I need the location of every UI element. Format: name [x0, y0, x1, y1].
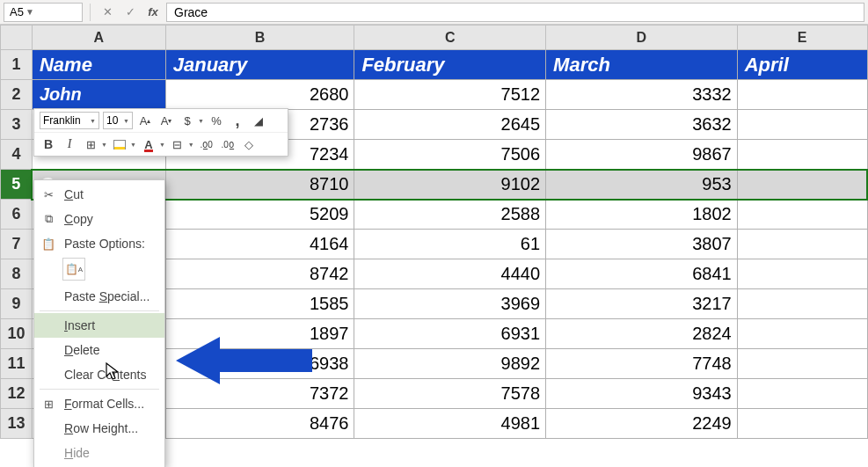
row-header-11[interactable]: 11 — [1, 349, 33, 379]
cell-C2[interactable]: 7512 — [354, 80, 546, 110]
menu-delete[interactable]: Delete — [34, 338, 164, 362]
cell-C11[interactable]: 9892 — [354, 349, 546, 379]
cell-E7[interactable] — [737, 230, 867, 259]
cell-D1[interactable]: March — [546, 50, 738, 80]
col-header-C[interactable]: C — [354, 26, 546, 50]
cell-D10[interactable]: 2824 — [546, 319, 738, 349]
cell-D11[interactable]: 7748 — [546, 349, 738, 379]
select-all-corner[interactable] — [1, 26, 33, 50]
cell-C6[interactable]: 2588 — [354, 200, 546, 230]
font-size-select[interactable]: 10▼ — [103, 112, 133, 129]
font-family-select[interactable]: Franklin▼ — [40, 112, 99, 129]
format-painter-icon[interactable]: ◢ — [250, 112, 267, 129]
comma-format-icon[interactable]: , — [229, 112, 246, 129]
cell-C10[interactable]: 6931 — [354, 319, 546, 349]
cancel-entry-icon[interactable]: ✕ — [98, 3, 117, 22]
cell-B1[interactable]: January — [165, 50, 354, 80]
chevron-down-icon[interactable]: ▼ — [188, 142, 194, 148]
cell-B13[interactable]: 8476 — [165, 409, 354, 439]
menu-paste-special[interactable]: Paste Special... — [34, 284, 164, 309]
merge-center-icon[interactable]: ⊟ — [169, 135, 186, 153]
confirm-entry-icon[interactable]: ✓ — [120, 3, 140, 22]
fill-color-icon[interactable] — [111, 135, 128, 153]
borders-icon[interactable]: ⊞ — [82, 135, 99, 153]
italic-icon[interactable]: I — [61, 135, 78, 153]
row-header-10[interactable]: 10 — [1, 319, 33, 349]
formula-input[interactable]: Grace — [166, 3, 864, 22]
cell-E11[interactable] — [737, 349, 867, 379]
name-box[interactable]: A5 ▼ — [4, 3, 83, 22]
chevron-down-icon[interactable]: ▼ — [198, 118, 204, 124]
name-box-dropdown-icon[interactable]: ▼ — [24, 7, 36, 17]
col-header-D[interactable]: D — [546, 26, 738, 50]
cell-B6[interactable]: 5209 — [165, 200, 354, 230]
cell-D13[interactable]: 2249 — [546, 409, 738, 439]
cell-C8[interactable]: 4440 — [354, 259, 546, 289]
accounting-format-icon[interactable]: $ — [179, 112, 196, 129]
row-header-8[interactable]: 8 — [1, 259, 33, 289]
cell-D3[interactable]: 3632 — [546, 110, 738, 140]
cell-E3[interactable] — [737, 110, 867, 140]
decrease-decimal-icon[interactable]: .00̲ — [219, 135, 237, 153]
cell-B2[interactable]: 2680 — [165, 80, 354, 110]
font-color-icon[interactable]: A — [140, 135, 157, 153]
cell-D9[interactable]: 3217 — [546, 289, 738, 319]
cell-D5[interactable]: 953 — [546, 170, 738, 200]
cell-E12[interactable] — [737, 379, 867, 409]
row-header-7[interactable]: 7 — [1, 230, 33, 259]
cell-D12[interactable]: 9343 — [546, 379, 738, 409]
chevron-down-icon[interactable]: ▼ — [159, 142, 165, 148]
menu-hide[interactable]: Hide — [34, 441, 164, 465]
row-header-6[interactable]: 6 — [1, 200, 33, 230]
cell-E2[interactable] — [737, 80, 867, 110]
fx-icon[interactable]: fx — [143, 3, 163, 22]
col-header-E[interactable]: E — [737, 26, 867, 50]
cell-B5[interactable]: 8710 — [165, 170, 354, 200]
grow-font-icon[interactable]: A▴ — [136, 112, 154, 129]
cell-E5[interactable] — [737, 170, 867, 200]
cell-D6[interactable]: 1802 — [546, 200, 738, 230]
cell-A1[interactable]: Name — [32, 50, 165, 80]
cell-E1[interactable]: April — [737, 50, 867, 80]
cell-C13[interactable]: 4981 — [354, 409, 546, 439]
cell-D8[interactable]: 6841 — [546, 259, 738, 289]
cell-D7[interactable]: 3807 — [546, 230, 738, 259]
cell-E10[interactable] — [737, 319, 867, 349]
increase-decimal-icon[interactable]: .0̲0 — [198, 135, 215, 153]
cell-C9[interactable]: 3969 — [354, 289, 546, 319]
cell-B8[interactable]: 8742 — [165, 259, 354, 289]
row-header-1[interactable]: 1 — [1, 50, 33, 80]
cell-E8[interactable] — [737, 259, 867, 289]
cell-C4[interactable]: 7506 — [354, 140, 546, 170]
cell-D4[interactable]: 9867 — [546, 140, 738, 170]
row-header-3[interactable]: 3 — [1, 110, 33, 140]
cell-A2[interactable]: John — [32, 80, 165, 110]
cell-E4[interactable] — [737, 140, 867, 170]
cell-D2[interactable]: 3332 — [546, 80, 738, 110]
cell-E9[interactable] — [737, 289, 867, 319]
row-header-5[interactable]: 5 — [1, 170, 33, 200]
menu-row-height[interactable]: Row Height... — [34, 416, 164, 441]
paste-default-icon[interactable]: 📋A — [62, 258, 85, 281]
col-header-A[interactable]: A — [32, 26, 165, 50]
menu-clear-contents[interactable]: Clear Contents — [34, 362, 164, 387]
cell-C3[interactable]: 2645 — [354, 110, 546, 140]
cell-C7[interactable]: 61 — [354, 230, 546, 259]
chevron-down-icon[interactable]: ▼ — [130, 142, 136, 148]
cell-C12[interactable]: 7578 — [354, 379, 546, 409]
cell-B9[interactable]: 1585 — [165, 289, 354, 319]
chevron-down-icon[interactable]: ▼ — [101, 142, 107, 148]
menu-copy[interactable]: ⧉ Copy — [34, 207, 164, 231]
cell-B7[interactable]: 4164 — [165, 230, 354, 259]
row-header-4[interactable]: 4 — [1, 140, 33, 170]
row-header-2[interactable]: 2 — [1, 80, 33, 110]
percent-format-icon[interactable]: % — [208, 112, 225, 129]
row-header-9[interactable]: 9 — [1, 289, 33, 319]
menu-format-cells[interactable]: ⊞ Format Cells... — [34, 391, 164, 416]
row-header-13[interactable]: 13 — [1, 409, 33, 439]
bold-icon[interactable]: B — [40, 135, 57, 153]
cell-E13[interactable] — [737, 409, 867, 439]
menu-insert[interactable]: Insert — [34, 313, 164, 338]
cell-E6[interactable] — [737, 200, 867, 230]
cell-C1[interactable]: February — [354, 50, 546, 80]
